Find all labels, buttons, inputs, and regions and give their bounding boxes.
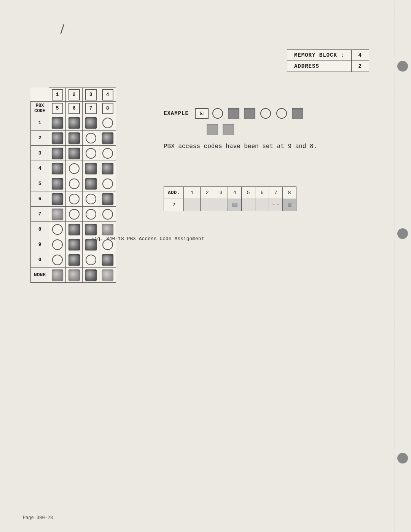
example-circle-icon-2 bbox=[260, 108, 271, 119]
cell-7-1 bbox=[49, 207, 66, 222]
dotted-line-decoration bbox=[76, 4, 392, 4]
empty-circle-icon bbox=[102, 118, 113, 128]
access-note-text: PBX access codes have been set at 9 and … bbox=[164, 143, 317, 150]
figure-caption-text: Fig. 340-18 PBX Access Code Assignment bbox=[91, 236, 204, 242]
pbx-col-header-row-1: 1 2 3 4 bbox=[31, 88, 116, 102]
example-filled-sub-1 bbox=[207, 124, 218, 135]
memory-block-table: MEMORY BLOCK : 4 ADDRESS 2 bbox=[287, 49, 369, 72]
add-col-3: 3 bbox=[214, 187, 228, 199]
filled-icon bbox=[52, 148, 63, 159]
cell-none-3 bbox=[83, 268, 99, 283]
cell-8-4 bbox=[99, 222, 116, 237]
code-label-5: 5 bbox=[31, 176, 49, 191]
add-data-8: ▒▒ bbox=[283, 199, 296, 211]
add-col-6: 6 bbox=[255, 187, 269, 199]
example-filled-icon-1 bbox=[228, 108, 239, 119]
cell-2-3 bbox=[83, 131, 99, 146]
cell-2-4 bbox=[99, 131, 116, 146]
col-header-4: 4 bbox=[99, 88, 116, 102]
right-border-decoration bbox=[395, 0, 395, 532]
cell-0-3 bbox=[83, 252, 99, 268]
add-data-2 bbox=[201, 199, 214, 211]
filled-icon bbox=[85, 163, 97, 174]
col-header-5: 5 bbox=[49, 102, 66, 115]
cell-none-1 bbox=[49, 268, 66, 283]
cell-1-2 bbox=[66, 115, 83, 131]
add-col-5: 5 bbox=[242, 187, 255, 199]
empty-circle-icon bbox=[86, 133, 96, 143]
add-header-row: ADD. 1 2 3 4 5 6 7 8 bbox=[164, 187, 296, 199]
cell-5-3 bbox=[83, 176, 99, 191]
code-label-1: 1 bbox=[31, 115, 49, 131]
example-cell-sub-1 bbox=[206, 123, 219, 136]
access-note-container: PBX access codes have been set at 9 and … bbox=[164, 143, 317, 150]
filled-icon bbox=[68, 132, 80, 144]
example-filled-icon-2 bbox=[244, 108, 255, 119]
cell-0-4 bbox=[99, 252, 116, 268]
empty-circle-icon bbox=[86, 194, 96, 204]
col-header-7: 7 bbox=[83, 102, 99, 115]
filled-icon bbox=[85, 117, 97, 129]
add-section: ADD. 1 2 3 4 5 6 7 8 2 - - - ╌╌╌ ▒▒▒ - -… bbox=[164, 186, 296, 211]
filled-icon bbox=[68, 117, 80, 129]
empty-circle-icon bbox=[102, 148, 113, 159]
code-label-2: 2 bbox=[31, 131, 49, 146]
add-data-5: - - bbox=[242, 199, 255, 211]
example-cell-1: ⊡ bbox=[195, 107, 209, 120]
filled-icon bbox=[102, 254, 113, 266]
add-data-4: ▒▒▒ bbox=[228, 199, 242, 211]
example-label: EXAMPLE bbox=[164, 110, 189, 116]
add-data-row: 2 - - - ╌╌╌ ▒▒▒ - - ╌ ╌ ▒▒ bbox=[164, 199, 296, 211]
col-num-box-1: 1 bbox=[52, 89, 63, 100]
cell-1-1 bbox=[49, 115, 66, 131]
pbx-code-table: 1 2 3 4 PBX CODE 5 6 bbox=[30, 88, 116, 283]
table-row: 8 bbox=[31, 222, 116, 237]
cell-5-4 bbox=[99, 176, 116, 191]
col-header-3: 3 bbox=[83, 88, 99, 102]
add-col-1: 1 bbox=[184, 187, 201, 199]
cell-1-3 bbox=[83, 115, 99, 131]
cell-3-4 bbox=[99, 146, 116, 161]
col-num-box-6: 6 bbox=[68, 103, 80, 114]
add-row-label: 2 bbox=[164, 199, 184, 211]
example-cell-6 bbox=[275, 107, 288, 120]
filled-icon bbox=[85, 269, 97, 281]
code-label-7: 7 bbox=[31, 207, 49, 222]
filled-icon bbox=[52, 132, 63, 144]
pbx-col-header-row-2: PBX CODE 5 6 7 8 bbox=[31, 102, 116, 115]
cell-4-3 bbox=[83, 161, 99, 176]
add-data-7: ╌ ╌ bbox=[269, 199, 283, 211]
code-label-0: 0 bbox=[31, 252, 49, 268]
page-container: / MEMORY BLOCK : 4 ADDRESS 2 1 2 bbox=[0, 0, 411, 532]
cell-4-1 bbox=[49, 161, 66, 176]
filled-icon bbox=[52, 163, 63, 174]
cell-6-1 bbox=[49, 191, 66, 207]
filled-icon bbox=[68, 224, 80, 235]
add-data-3: ╌╌╌ bbox=[214, 199, 228, 211]
add-data-6 bbox=[255, 199, 269, 211]
figure-caption: Fig. 340-18 PBX Access Code Assignment bbox=[91, 236, 204, 242]
slash-mark: / bbox=[58, 22, 67, 38]
example-row-1: EXAMPLE ⊡ bbox=[164, 107, 317, 120]
empty-circle-icon bbox=[69, 178, 80, 189]
filled-icon bbox=[52, 178, 63, 190]
table-row: NONE bbox=[31, 268, 116, 283]
table-row: 3 bbox=[31, 146, 116, 161]
filled-icon bbox=[102, 269, 113, 281]
memory-block-label: MEMORY BLOCK : bbox=[287, 50, 351, 61]
table-row: 0 bbox=[31, 252, 116, 268]
filled-icon bbox=[102, 193, 113, 205]
memory-block-value: 4 bbox=[351, 50, 369, 61]
example-cell-4 bbox=[243, 107, 256, 120]
table-row: 4 bbox=[31, 161, 116, 176]
code-label-6: 6 bbox=[31, 191, 49, 207]
table-row: 2 bbox=[31, 131, 116, 146]
circle-decoration-mid bbox=[397, 228, 408, 239]
empty-circle-icon bbox=[69, 163, 80, 174]
cell-3-1 bbox=[49, 146, 66, 161]
table-row: 6 bbox=[31, 191, 116, 207]
example-filled-icon-3 bbox=[292, 108, 303, 119]
add-col-8: 8 bbox=[283, 187, 296, 199]
add-data-1: - - - bbox=[184, 199, 201, 211]
col-num-box-8: 8 bbox=[102, 103, 113, 114]
